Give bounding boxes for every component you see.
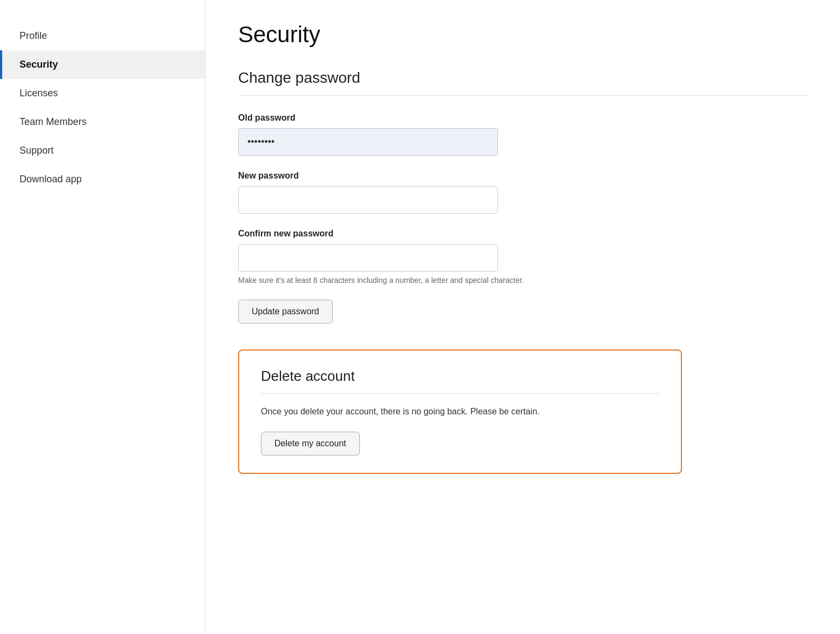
sidebar: Profile Security Licenses Team Members S… bbox=[0, 0, 206, 634]
new-password-label: New password bbox=[238, 171, 808, 181]
sidebar-item-licenses[interactable]: Licenses bbox=[0, 79, 205, 108]
confirm-password-label: Confirm new password bbox=[238, 229, 808, 239]
old-password-group: Old password bbox=[238, 113, 808, 156]
confirm-password-input[interactable] bbox=[238, 244, 498, 272]
password-hint-text: Make sure it's at least 8 characters inc… bbox=[238, 276, 617, 285]
new-password-input[interactable] bbox=[238, 186, 498, 214]
delete-account-divider bbox=[261, 393, 659, 394]
page-title: Security bbox=[238, 22, 808, 48]
new-password-group: New password bbox=[238, 171, 808, 214]
sidebar-item-download-app[interactable]: Download app bbox=[0, 165, 205, 194]
old-password-label: Old password bbox=[238, 113, 808, 123]
change-password-divider bbox=[238, 95, 808, 96]
delete-account-title: Delete account bbox=[261, 368, 659, 385]
delete-account-card: Delete account Once you delete your acco… bbox=[238, 349, 682, 474]
change-password-section: Change password Old password New passwor… bbox=[238, 69, 808, 323]
sidebar-item-team-members[interactable]: Team Members bbox=[0, 108, 205, 136]
sidebar-item-security[interactable]: Security bbox=[0, 50, 205, 79]
sidebar-item-profile[interactable]: Profile bbox=[0, 22, 205, 50]
sidebar-item-support[interactable]: Support bbox=[0, 136, 205, 165]
change-password-title: Change password bbox=[238, 69, 808, 87]
main-content: Security Change password Old password Ne… bbox=[206, 0, 840, 634]
confirm-password-group: Confirm new password Make sure it's at l… bbox=[238, 229, 808, 285]
delete-warning-text: Once you delete your account, there is n… bbox=[261, 407, 659, 417]
update-password-button[interactable]: Update password bbox=[238, 300, 333, 323]
delete-account-button[interactable]: Delete my account bbox=[261, 432, 360, 455]
old-password-input[interactable] bbox=[238, 128, 498, 156]
